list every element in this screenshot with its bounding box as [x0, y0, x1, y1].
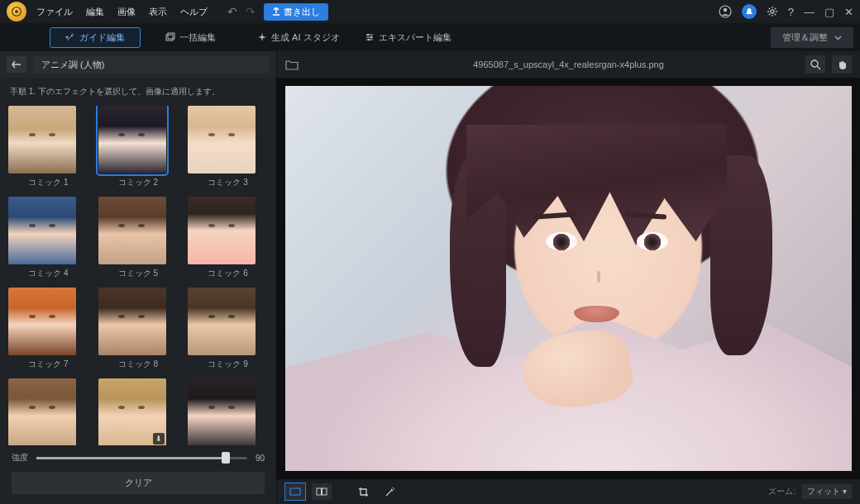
download-icon: ⬇ [153, 433, 165, 445]
zoom-select[interactable]: フィット ▾ [802, 484, 852, 499]
preset-comic-4[interactable]: コミック 4 [8, 197, 88, 279]
mode-toolbar: ガイド編集 一括編集 生成 AI スタジオ エキスパート編集 管理＆調整 [0, 23, 860, 51]
preset-comic-8[interactable]: コミック 8 [98, 288, 179, 370]
effects-sidebar: アニメ調 (人物) 手順 1. 下のエフェクトを選択して、画像に適用します。 コ… [0, 51, 277, 504]
svg-rect-13 [322, 488, 327, 495]
notification-icon[interactable] [742, 4, 757, 19]
crop-icon [358, 487, 369, 497]
preset-comic-6[interactable]: コミック 6 [188, 197, 268, 279]
batch-edit-button[interactable]: 一括編集 [165, 31, 216, 44]
preset-comic-3[interactable]: コミック 3 [188, 106, 268, 188]
single-view-button[interactable] [285, 483, 305, 500]
undo-button[interactable]: ↶ [227, 5, 237, 18]
svg-rect-11 [290, 488, 300, 495]
guide-edit-button[interactable]: ガイド編集 [50, 27, 141, 48]
svg-point-8 [370, 36, 372, 39]
manage-adjust-button[interactable]: 管理＆調整 [771, 27, 853, 48]
zoom-label: ズーム: [768, 486, 796, 497]
preset-item-10[interactable] [8, 378, 88, 445]
sidebar-header: アニメ調 (人物) [0, 51, 276, 78]
menu-view[interactable]: 表示 [149, 6, 167, 18]
titlebar-center: ↶ ↷ 書き出し [227, 3, 719, 21]
strength-row: 強度 90 [12, 452, 265, 464]
preset-comic-5[interactable]: コミック 5 [98, 197, 179, 279]
sparkle-icon [257, 32, 267, 42]
crop-button[interactable] [353, 483, 373, 500]
preset-comic-9[interactable]: コミック 9 [188, 288, 268, 370]
expert-edit-button[interactable]: エキスパート編集 [365, 31, 452, 44]
preset-comic-1[interactable]: コミック 1 [8, 106, 88, 188]
account-icon[interactable] [719, 5, 732, 18]
preview-footer: ズーム: フィット ▾ [277, 479, 860, 504]
svg-rect-12 [317, 488, 322, 495]
stack-icon [165, 32, 175, 42]
export-label: 書き出し [284, 6, 320, 18]
ai-studio-button[interactable]: 生成 AI スタジオ [257, 31, 340, 44]
minimize-button[interactable]: — [804, 6, 815, 18]
sidebar-bottom: 強度 90 クリア [0, 445, 276, 504]
menu-file[interactable]: ファイル [36, 6, 73, 18]
svg-point-10 [811, 60, 818, 67]
svg-point-4 [771, 10, 774, 13]
preview-area: 4965087_s_upscayl_4x_realesrgan-x4plus.p… [277, 51, 860, 504]
filename-label: 4965087_s_upscayl_4x_realesrgan-x4plus.p… [473, 59, 664, 69]
redo-button[interactable]: ↷ [246, 5, 256, 18]
logo-icon [10, 5, 23, 18]
preset-scroll[interactable]: コミック 1 コミック 2 コミック 3 コミック 4 コミック 5 コミック … [0, 106, 276, 445]
help-icon[interactable]: ? [788, 6, 794, 18]
wand-button[interactable] [380, 483, 399, 500]
titlebar-right: ? — ▢ ✕ [719, 4, 853, 19]
instruction-text: 手順 1. 下のエフェクトを選択して、画像に適用します。 [0, 78, 276, 106]
svg-rect-5 [166, 35, 173, 40]
preset-item-12[interactable] [188, 378, 268, 445]
preset-comic-7[interactable]: コミック 7 [8, 288, 88, 370]
strength-slider[interactable] [36, 457, 247, 459]
settings-icon[interactable] [767, 6, 778, 17]
strength-label: 強度 [12, 452, 28, 464]
main-area: アニメ調 (人物) 手順 1. 下のエフェクトを選択して、画像に適用します。 コ… [0, 51, 860, 504]
slider-thumb[interactable] [222, 452, 230, 464]
menu-bar: ファイル 編集 画像 表示 ヘルプ [36, 6, 208, 18]
split-view-button[interactable] [312, 483, 332, 500]
preset-grid: コミック 1 コミック 2 コミック 3 コミック 4 コミック 5 コミック … [8, 106, 268, 445]
category-title[interactable]: アニメ調 (人物) [33, 56, 270, 74]
magnifier-icon [810, 59, 821, 70]
menu-edit[interactable]: 編集 [86, 6, 104, 18]
app-logo [7, 2, 26, 21]
svg-point-9 [367, 39, 370, 41]
zoom-tool-button[interactable] [805, 55, 825, 74]
svg-point-7 [366, 34, 369, 36]
maximize-button[interactable]: ▢ [824, 6, 834, 18]
menu-image[interactable]: 画像 [117, 6, 136, 18]
sliders-icon [365, 32, 375, 42]
svg-point-3 [724, 8, 727, 12]
wand-icon [385, 487, 395, 497]
chevron-down-icon [834, 34, 842, 41]
arrow-left-icon [12, 60, 22, 69]
clear-button[interactable]: クリア [12, 472, 265, 494]
preset-comic-2[interactable]: コミック 2 [98, 106, 179, 188]
back-button[interactable] [7, 56, 26, 73]
canvas[interactable] [277, 78, 860, 479]
svg-point-1 [15, 10, 18, 13]
wand-icon [65, 33, 74, 42]
folder-button[interactable] [285, 59, 299, 70]
svg-rect-6 [168, 33, 174, 39]
preview-tools [805, 55, 852, 74]
pan-tool-button[interactable] [832, 55, 852, 74]
strength-value: 90 [256, 454, 265, 463]
menu-help[interactable]: ヘルプ [180, 6, 208, 18]
hand-icon [837, 59, 848, 70]
export-button[interactable]: 書き出し [264, 3, 328, 21]
preset-item-11[interactable]: ⬇ [98, 378, 179, 445]
titlebar: ファイル 編集 画像 表示 ヘルプ ↶ ↷ 書き出し ? — ▢ ✕ [0, 0, 860, 23]
upload-icon [272, 7, 280, 16]
preview-header: 4965087_s_upscayl_4x_realesrgan-x4plus.p… [277, 51, 860, 78]
close-button[interactable]: ✕ [844, 6, 853, 18]
preview-image [285, 86, 852, 471]
